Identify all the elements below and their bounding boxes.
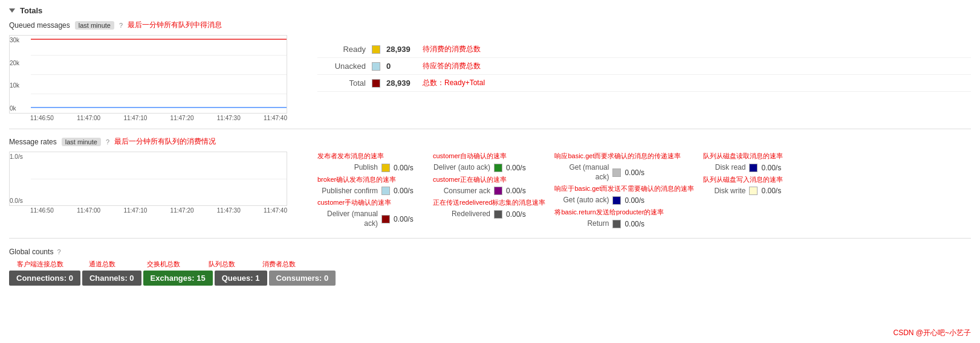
rates-question[interactable]: ?: [106, 138, 109, 146]
rx-2: 11:47:10: [123, 207, 147, 214]
queued-badge[interactable]: last minute: [75, 21, 114, 30]
rx-5: 11:47:40: [264, 207, 287, 214]
publisher-confirm-value: 0.00/s: [394, 187, 424, 195]
count-annotations-row: 客户端连接总数 通道总数 交换机总数 队列总数 消费者总数: [9, 260, 971, 269]
message-rates-section: Message rates last minute ? 最后一分钟所有队列的消费…: [9, 136, 971, 231]
consumers-badge[interactable]: Consumers: 0: [269, 271, 336, 286]
publish-annotation: 发布者发布消息的速率: [317, 152, 424, 161]
message-rates-label: Message rates: [9, 138, 57, 146]
publish-swatch: [381, 164, 390, 172]
x-label-5: 11:47:40: [264, 115, 287, 121]
publisher-confirm-annotation: broker确认发布消息的速率: [317, 175, 424, 184]
totals-header: Totals: [9, 6, 971, 15]
collapse-icon[interactable]: [9, 8, 15, 13]
deliver-manual-annotation: customer手动确认的速率: [317, 198, 424, 207]
metric-ready-value: 28,939: [386, 45, 417, 54]
deliver-manual-swatch: [381, 215, 390, 223]
rx-1: 11:47:00: [77, 207, 100, 214]
queued-messages-header: Queued messages last minute ? 最后一分钟所有队列中…: [9, 20, 971, 30]
queues-badge[interactable]: Queues: 1: [215, 271, 267, 286]
deliver-manual-value: 0.00/s: [394, 215, 424, 223]
consumer-ack-entry: Consumer ack 0.00/s: [433, 184, 545, 199]
publisher-confirm-swatch: [381, 187, 390, 195]
global-counts-section: Global counts ? 客户端连接总数 通道总数 交换机总数 队列总数 …: [9, 248, 971, 286]
get-manual-value: 0.00/s: [625, 168, 655, 177]
rate-block-publish: 发布者发布消息的速率 Publish 0.00/s broker确认发布消息的速…: [317, 152, 424, 231]
global-counts-title: Global counts: [9, 248, 53, 256]
disk-read-value: 0.00/s: [761, 164, 791, 172]
queued-chart: 30k 20k 10k 0k: [9, 35, 287, 114]
y-label-20k: 20k: [10, 60, 31, 66]
connections-badge[interactable]: Connections: 0: [9, 271, 80, 286]
rx-4: 11:47:30: [217, 207, 241, 214]
y-label-10k: 10k: [10, 82, 31, 89]
y-label-30k: 30k: [10, 37, 31, 43]
metric-total: Total 28,939 总数：Ready+Total: [317, 75, 971, 92]
queued-messages-label: Queued messages: [9, 21, 70, 30]
return-swatch: [612, 220, 621, 228]
deliver-manual-label: Deliver (manual ack): [317, 210, 378, 228]
rates-x-labels: 11:46:50 11:47:00 11:47:10 11:47:20 11:4…: [9, 207, 287, 214]
queued-annotation: 最后一分钟所有队列中得消息: [128, 20, 222, 30]
metric-ready: Ready 28,939 待消费的消费总数: [317, 41, 971, 58]
disk-read-entry: Disk read 0.00/s: [703, 161, 791, 175]
grid-line-2: [31, 74, 287, 75]
chart-x-labels: 11:46:50 11:47:00 11:47:10 11:47:20 11:4…: [9, 115, 287, 121]
publisher-confirm-label: Publisher confirm: [317, 187, 378, 196]
x-label-1: 11:47:00: [77, 115, 100, 121]
metric-ready-annotation: 待消费的消费总数: [423, 44, 481, 54]
ann-exchanges: 交换机总数: [132, 260, 195, 269]
rates-y-1: 1.0/s: [10, 153, 31, 160]
grid-line-1: [31, 55, 287, 56]
grid-line-3: [31, 94, 287, 94]
disk-write-label: Disk write: [703, 187, 745, 196]
get-manual-label: Get (manual ack): [554, 163, 609, 182]
rates-groups-container: 发布者发布消息的速率 Publish 0.00/s broker确认发布消息的速…: [317, 152, 971, 231]
y-label-0k: 0k: [10, 105, 31, 112]
divider-1: [9, 129, 971, 129]
disk-write-value: 0.00/s: [761, 187, 791, 195]
chart-inner: [31, 36, 287, 113]
metric-unacked-label: Unacked: [317, 62, 366, 71]
rates-content: 1.0/s 0.0/s 11:46:50 11:47:00 11:47:10 1…: [9, 152, 971, 231]
consumer-ack-value: 0.00/s: [506, 187, 536, 195]
rx-3: 11:47:20: [170, 207, 194, 214]
return-annotation: 将basic.return发送给producter的速率: [554, 208, 694, 217]
get-auto-label: Get (auto ack): [554, 196, 609, 205]
queued-question[interactable]: ?: [119, 22, 123, 29]
main-container: Totals Queued messages last minute ? 最后一…: [0, 0, 980, 343]
disk-write-swatch: [749, 187, 758, 195]
get-manual-swatch: [612, 168, 621, 177]
global-counts-question[interactable]: ?: [57, 248, 60, 255]
chart-blue-data-line: [31, 107, 287, 108]
metric-ready-swatch: [372, 45, 380, 54]
get-auto-annotation: 响应于basic.get而发送不需要确认的消息的速率: [554, 184, 694, 193]
rates-annotation: 最后一分钟所有队列的消费情况: [114, 136, 216, 147]
get-manual-entry: Get (manual ack) 0.00/s: [554, 161, 694, 184]
message-rates-header: Message rates last minute ? 最后一分钟所有队列的消费…: [9, 136, 971, 147]
return-entry: Return 0.00/s: [554, 217, 694, 231]
metric-total-swatch: [372, 79, 380, 88]
rate-block-deliver-auto: customer自动确认的速率 Deliver (auto ack) 0.00/…: [433, 152, 545, 231]
rates-grid-line: [31, 179, 287, 179]
metric-unacked-swatch: [372, 62, 380, 71]
metric-unacked-value: 0: [386, 62, 417, 71]
ann-consumers: 消费者总数: [248, 260, 309, 269]
rates-y-labels: 1.0/s 0.0/s: [10, 152, 31, 205]
rates-y-0: 0.0/s: [10, 197, 31, 204]
rates-badge[interactable]: last minute: [62, 138, 101, 146]
rates-chart: 1.0/s 0.0/s: [9, 152, 287, 206]
exchanges-badge[interactable]: Exchanges: 15: [143, 271, 213, 286]
metric-total-annotation: 总数：Ready+Total: [423, 78, 485, 88]
publisher-confirm-entry: Publisher confirm 0.00/s: [317, 184, 424, 199]
channels-badge[interactable]: Channels: 0: [82, 271, 141, 286]
x-label-2: 11:47:10: [123, 115, 147, 121]
redelivered-value: 0.00/s: [506, 210, 536, 219]
count-badges-row: Connections: 0 Channels: 0 Exchanges: 15…: [9, 271, 971, 286]
metric-total-value: 28,939: [386, 79, 417, 88]
x-label-0: 11:46:50: [30, 115, 54, 121]
queued-metrics: Ready 28,939 待消费的消费总数 Unacked 0 待应答的消费总数…: [317, 41, 971, 121]
publish-label: Publish: [317, 163, 378, 173]
return-value: 0.00/s: [625, 220, 655, 228]
rates-chart-area: 1.0/s 0.0/s 11:46:50 11:47:00 11:47:10 1…: [9, 152, 305, 231]
